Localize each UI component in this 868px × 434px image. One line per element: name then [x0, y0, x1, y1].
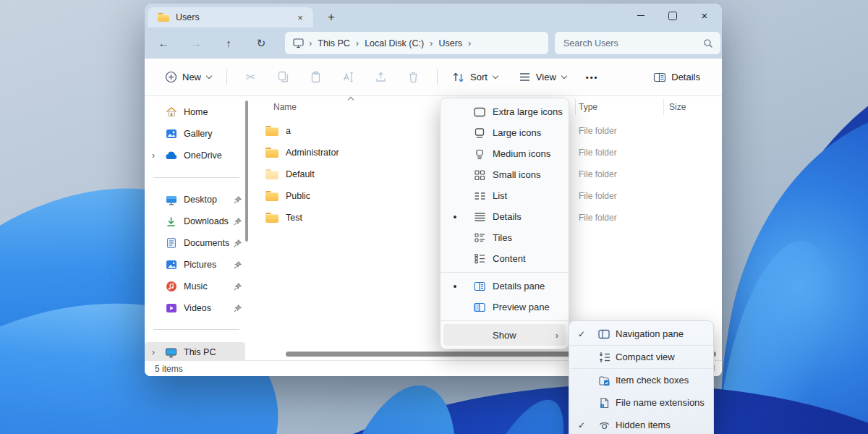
new-button[interactable]: New [158, 66, 219, 88]
address-bar[interactable]: › This PC › Local Disk (C:) › Users › [285, 32, 548, 54]
show-submenu-item-label: Hidden items [616, 420, 671, 430]
view-menu-item-small-icons[interactable]: Small icons [443, 164, 566, 185]
close-icon: × [702, 10, 708, 21]
toolbar-separator [226, 69, 227, 85]
new-tab-button[interactable]: + [323, 9, 340, 26]
breadcrumb-users[interactable]: Users [438, 38, 462, 48]
sidebar-item-label: Gallery [184, 129, 233, 139]
sidebar-item-label: This PC [184, 347, 233, 357]
view-menu-item-large-icons[interactable]: Large icons [443, 122, 566, 143]
view-menu-item-tiles[interactable]: Tiles [443, 227, 566, 248]
view-button[interactable]: View [511, 67, 574, 88]
sidebar-item-music[interactable]: Music [145, 276, 245, 297]
small-icons-icon [472, 169, 487, 181]
breadcrumb-chevron[interactable]: › [468, 38, 471, 48]
sidebar-scrollbar[interactable] [245, 101, 248, 242]
maximize-button[interactable] [657, 4, 689, 27]
pin-icon[interactable] [233, 239, 242, 247]
pin-icon[interactable] [233, 305, 242, 312]
show-submenu-item-hidden-items[interactable]: ✓ Hidden items [569, 414, 713, 434]
breadcrumb-this-pc[interactable]: This PC [318, 38, 349, 48]
delete-button[interactable] [397, 65, 430, 90]
view-menu-item-details[interactable]: Details [443, 206, 566, 227]
view-menu-item-details-pane[interactable]: Details pane [443, 276, 566, 297]
refresh-button[interactable]: ↻ [248, 32, 274, 55]
file-type: File folder [579, 148, 617, 158]
sidebar-item-gallery[interactable]: Gallery [145, 124, 245, 144]
view-menu-item-list[interactable]: List [443, 185, 566, 206]
compact-view-icon [597, 352, 611, 363]
column-separator[interactable] [663, 99, 664, 115]
back-button[interactable]: ← [150, 32, 176, 55]
videos-icon [165, 302, 177, 315]
file-name: Administrator [286, 148, 339, 158]
view-menu-item-medium-icons[interactable]: Medium icons [443, 143, 566, 164]
expand-chevron-icon[interactable]: › [152, 347, 165, 357]
pin-icon[interactable] [233, 261, 242, 269]
show-submenu-item-file-name-extensions[interactable]: 1 File name extensions [569, 391, 713, 414]
breadcrumb-chevron[interactable]: › [430, 38, 433, 48]
tab-users[interactable]: Users × [148, 7, 313, 27]
file-type: File folder [579, 169, 617, 179]
show-submenu-item-navigation-pane[interactable]: ✓ Navigation pane [569, 323, 713, 345]
view-menu-item-content[interactable]: Content [443, 248, 566, 269]
cut-button[interactable]: ✂ [234, 65, 267, 90]
pin-icon[interactable] [233, 196, 242, 204]
submenu-arrow-icon: › [556, 330, 558, 341]
folder-icon [265, 126, 278, 136]
sidebar-item-this-pc[interactable]: › This PC [145, 342, 245, 362]
breadcrumb-chevron[interactable]: › [309, 38, 312, 48]
show-submenu-item-compact-view[interactable]: Compact view [569, 346, 713, 368]
sidebar-item-downloads[interactable]: Downloads [145, 211, 245, 231]
tab-close-icon[interactable]: × [294, 12, 306, 23]
pin-icon[interactable] [233, 283, 242, 291]
view-menu-item-preview-pane[interactable]: Preview pane [443, 297, 566, 318]
view-menu-item-label: Tiles [493, 232, 512, 243]
breadcrumb-local-disk[interactable]: Local Disk (C:) [365, 38, 424, 48]
details-pane-toggle-button[interactable]: Details [646, 67, 707, 88]
show-submenu-item-item-check-boxes[interactable]: Item check boxes [569, 369, 713, 391]
sidebar-item-documents[interactable]: Documents [145, 233, 245, 253]
maximize-icon [668, 12, 677, 20]
view-menu-item-extra-large-icons[interactable]: Extra large icons [443, 101, 566, 122]
selected-bullet [454, 216, 456, 218]
view-dropdown-menu: Extra large icons Large icons Medium ico… [440, 98, 569, 349]
sidebar-item-pictures[interactable]: Pictures [145, 255, 245, 275]
tiles-view-icon [472, 232, 487, 243]
up-button[interactable]: ↑ [216, 32, 242, 55]
close-button[interactable]: × [689, 4, 720, 27]
sort-button[interactable]: Sort [445, 67, 506, 88]
rename-button[interactable] [332, 65, 365, 90]
column-separator[interactable] [575, 99, 576, 115]
sidebar-item-label: OneDrive [184, 150, 233, 161]
paste-button[interactable] [299, 65, 332, 90]
more-options-button[interactable]: ••• [586, 73, 599, 82]
show-submenu-item-label: Navigation pane [616, 328, 684, 339]
sidebar-item-onedrive[interactable]: › OneDrive [145, 145, 245, 166]
view-menu-item-label: Extra large icons [493, 106, 563, 117]
desktop-icon [165, 194, 177, 206]
extra-large-icons-icon [472, 106, 487, 118]
item-count: 5 items [155, 364, 183, 374]
forward-button[interactable]: → [183, 32, 209, 55]
share-button[interactable] [365, 65, 397, 90]
view-menu-item-label: Medium icons [493, 148, 550, 159]
minimize-button[interactable] [625, 4, 657, 27]
toolbar-separator [437, 69, 438, 85]
search-input[interactable] [562, 38, 703, 49]
column-header-size[interactable]: Size [669, 102, 686, 112]
sidebar-item-home[interactable]: Home [145, 102, 245, 122]
column-header-type[interactable]: Type [579, 102, 597, 112]
expand-chevron-icon[interactable]: › [152, 150, 165, 161]
show-submenu: ✓ Navigation pane Compact view Item chec… [569, 320, 714, 434]
copy-button[interactable] [267, 65, 299, 90]
details-view-icon [472, 212, 487, 222]
new-plus-icon [165, 71, 177, 83]
view-menu-item-show[interactable]: Show › [443, 324, 566, 346]
pin-icon[interactable] [233, 218, 242, 226]
sidebar-divider [153, 177, 239, 178]
sidebar-item-videos[interactable]: Videos [145, 298, 245, 318]
sidebar-item-desktop[interactable]: Desktop [145, 190, 245, 210]
column-header-name[interactable]: Name [273, 102, 297, 112]
breadcrumb-chevron[interactable]: › [356, 38, 359, 48]
